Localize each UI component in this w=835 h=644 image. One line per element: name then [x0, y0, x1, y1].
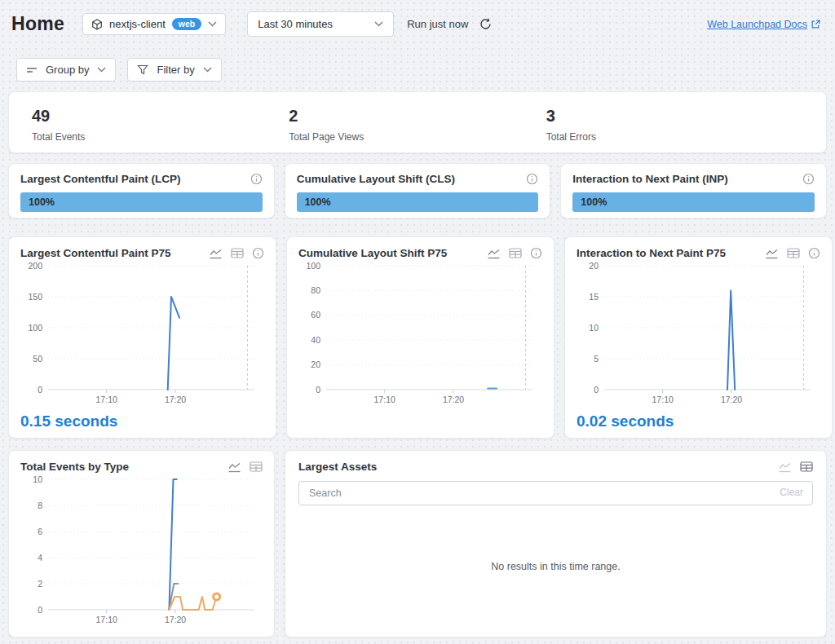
chart-current-value: 0.02 seconds	[577, 412, 820, 430]
bottom-row: Total Events by Type 024681017:1017:20 L…	[8, 450, 827, 637]
clear-search-button[interactable]: Clear	[780, 487, 803, 498]
refresh-button[interactable]	[478, 16, 493, 32]
stat-label: Total Errors	[546, 131, 803, 143]
svg-text:8: 8	[38, 501, 42, 510]
chart-card-events-by-type: Total Events by Type 024681017:1017:20	[8, 450, 275, 637]
svg-text:100: 100	[306, 261, 320, 271]
info-icon[interactable]	[250, 173, 263, 185]
asset-search: Clear	[298, 481, 813, 505]
filter-row: Group by Filter by	[16, 58, 824, 82]
svg-text:40: 40	[311, 335, 320, 345]
lines-icon	[26, 65, 38, 75]
funnel-icon	[137, 64, 148, 75]
dashboard-page: Home nextjs-client web Last 30 minutes R…	[0, 0, 835, 637]
stat-value: 3	[546, 107, 803, 126]
stat-label: Total Page Views	[289, 131, 546, 143]
table-icon[interactable]	[250, 461, 263, 472]
search-input[interactable]	[298, 481, 813, 505]
svg-text:5: 5	[594, 354, 599, 364]
vital-good-bar: 100%	[297, 192, 539, 212]
line-chart-icon[interactable]	[778, 461, 792, 473]
svg-text:200: 200	[28, 261, 42, 271]
inp-p75-chart: 0510152017:1017:20	[577, 259, 820, 408]
svg-text:100: 100	[28, 323, 42, 333]
page-title: Home	[11, 13, 64, 35]
svg-text:17:20: 17:20	[165, 395, 186, 404]
svg-text:60: 60	[311, 310, 320, 320]
svg-text:150: 150	[28, 292, 42, 302]
chevron-down-icon	[97, 67, 106, 73]
chevron-down-icon	[374, 21, 383, 27]
line-chart-icon[interactable]	[765, 248, 779, 259]
stat-total-events: 49 Total Events	[32, 107, 289, 143]
docs-link[interactable]: Web Launchpad Docs	[707, 19, 820, 30]
filter-by-button[interactable]: Filter by	[127, 58, 221, 82]
svg-text:2: 2	[38, 579, 42, 589]
svg-text:17:20: 17:20	[165, 615, 186, 624]
group-by-button[interactable]: Group by	[16, 58, 116, 82]
panel-title: Largest Assets	[298, 461, 377, 473]
time-range-selector[interactable]: Last 30 minutes	[247, 11, 394, 37]
project-selector[interactable]: nextjs-client web	[82, 13, 226, 35]
vitals-row: Largest Contentful Paint (LCP) 100% Cumu…	[8, 163, 827, 218]
svg-text:20: 20	[589, 261, 599, 271]
stat-total-page-views: 2 Total Page Views	[289, 107, 546, 143]
platform-badge: web	[172, 18, 201, 30]
svg-text:10: 10	[589, 323, 599, 333]
stat-value: 49	[32, 107, 289, 126]
svg-text:0: 0	[316, 385, 320, 395]
info-icon[interactable]	[252, 247, 264, 259]
info-icon[interactable]	[808, 247, 820, 259]
project-name: nextjs-client	[109, 18, 166, 30]
table-icon[interactable]	[800, 461, 813, 472]
svg-text:10: 10	[33, 474, 42, 484]
svg-text:17:10: 17:10	[96, 615, 117, 624]
svg-text:17:20: 17:20	[443, 395, 464, 404]
svg-text:6: 6	[38, 527, 42, 536]
stat-total-errors: 3 Total Errors	[546, 107, 803, 143]
table-icon[interactable]	[787, 248, 800, 258]
svg-text:4: 4	[38, 553, 42, 562]
chart-current-value: 0.15 seconds	[20, 412, 264, 430]
chevron-down-icon	[208, 21, 217, 27]
external-link-icon	[811, 20, 820, 29]
info-icon[interactable]	[530, 247, 542, 259]
table-icon[interactable]	[509, 248, 522, 258]
time-range-value: Last 30 minutes	[258, 18, 333, 30]
line-chart-icon[interactable]	[209, 248, 223, 259]
chart-title: Largest Contentful Paint P75	[20, 247, 171, 259]
chart-card-lcp-p75: Largest Contentful Paint P75 05010015020…	[8, 236, 276, 439]
line-chart-icon[interactable]	[487, 248, 501, 259]
header: Home nextjs-client web Last 30 minutes R…	[11, 11, 824, 37]
empty-state-text: No results in this time range.	[491, 561, 620, 572]
chart-title: Total Events by Type	[20, 461, 129, 473]
empty-state: No results in this time range.	[298, 505, 813, 627]
chart-title: Cumulative Layout Shift P75	[298, 247, 447, 259]
vital-good-pct: 100%	[297, 196, 331, 208]
svg-text:17:10: 17:10	[652, 395, 674, 404]
chart-card-cls-p75: Cumulative Layout Shift P75 020406080100…	[286, 236, 554, 439]
info-icon[interactable]	[526, 173, 538, 185]
vital-card-lcp: Largest Contentful Paint (LCP) 100%	[8, 163, 275, 218]
filter-by-label: Filter by	[157, 64, 194, 76]
chart-title: Interaction to Next Paint P75	[577, 247, 726, 259]
p75-charts-row: Largest Contentful Paint P75 05010015020…	[8, 236, 827, 439]
table-icon[interactable]	[231, 248, 244, 258]
chevron-down-icon	[203, 67, 212, 73]
svg-text:80: 80	[311, 285, 320, 295]
chart-card-inp-p75: Interaction to Next Paint P75 0510152017…	[564, 236, 833, 439]
vital-card-inp: Interaction to Next Paint (INP) 100%	[560, 163, 827, 218]
svg-text:17:10: 17:10	[374, 395, 395, 404]
line-chart-icon[interactable]	[228, 461, 241, 473]
svg-text:15: 15	[589, 292, 599, 302]
svg-text:17:10: 17:10	[96, 395, 117, 404]
info-icon[interactable]	[802, 173, 815, 185]
chart-current-value	[298, 412, 542, 430]
run-status-text: Run just now	[407, 18, 468, 30]
lcp-p75-chart: 05010015020017:1017:20	[20, 259, 264, 408]
vital-title: Interaction to Next Paint (INP)	[572, 173, 728, 185]
summary-stats-card: 49 Total Events 2 Total Page Views 3 Tot…	[8, 91, 827, 153]
vital-good-bar: 100%	[20, 192, 263, 212]
svg-text:0: 0	[38, 385, 42, 395]
stat-label: Total Events	[32, 131, 289, 143]
